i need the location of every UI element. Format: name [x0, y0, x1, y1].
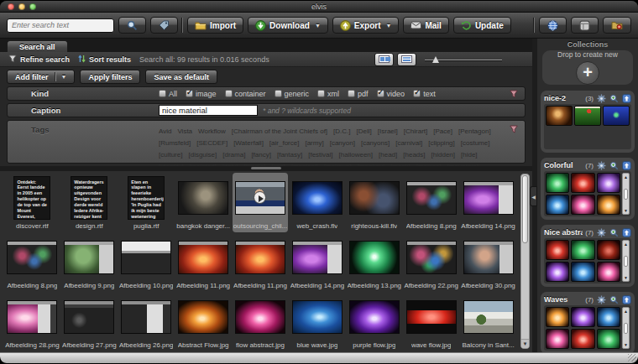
- collection-thumb[interactable]: [597, 195, 620, 215]
- tag-item[interactable]: [canyon]: [330, 139, 355, 147]
- close-window-button[interactable]: [8, 3, 14, 10]
- gear-icon[interactable]: [596, 227, 606, 237]
- play-icon[interactable]: [254, 191, 266, 204]
- export-button[interactable]: Export▼: [332, 17, 400, 34]
- search-input[interactable]: [7, 18, 114, 33]
- collection-thumb[interactable]: [597, 173, 620, 193]
- results-scrollbar[interactable]: ▼: [520, 174, 530, 349]
- scroll-up-icon[interactable]: ▲: [624, 309, 628, 314]
- asset-afbeelding-22-png[interactable]: Afbeelding 22.png: [403, 232, 459, 292]
- export-icon[interactable]: [621, 93, 631, 103]
- apply-filters-button[interactable]: Apply filters: [80, 70, 140, 84]
- collection-thumb[interactable]: [571, 195, 594, 215]
- kind-checkbox-pdf[interactable]: [348, 90, 355, 97]
- tag-item[interactable]: [army]: [305, 139, 323, 147]
- asset-flow-abstract-jpg[interactable]: flow abstract.jpg: [233, 292, 289, 351]
- collection-thumb[interactable]: [603, 106, 630, 126]
- asset-discover-rtf[interactable]: Ontdekt: Eerst landde in 2005 een heliko…: [4, 173, 60, 232]
- tag-item[interactable]: [Dell]: [357, 127, 372, 135]
- collection-thumb[interactable]: [571, 307, 594, 327]
- asset-wave-flow-jpg[interactable]: wave flow.jpg: [403, 292, 459, 351]
- collection-thumb[interactable]: [546, 173, 569, 193]
- tag-item[interactable]: [air_force]: [269, 139, 300, 147]
- layout-button[interactable]: [571, 17, 599, 34]
- scrollbar-thumb[interactable]: [624, 323, 628, 334]
- save-as-default-button[interactable]: Save as default: [145, 70, 217, 84]
- scroll-down-icon[interactable]: ▼: [624, 208, 628, 213]
- gear-icon[interactable]: [596, 294, 606, 304]
- update-button[interactable]: Update: [453, 17, 511, 34]
- tag-item[interactable]: [Rumsfeld]: [159, 139, 191, 147]
- refine-search-button[interactable]: Refine search: [8, 55, 70, 65]
- asset-outsourcing-chil[interactable]: outsourcing_chil...: [233, 173, 289, 232]
- collection-thumb[interactable]: [597, 329, 620, 349]
- collection-nice-2[interactable]: nice-2 (3): [541, 91, 635, 153]
- scroll-down-icon[interactable]: ▼: [624, 275, 628, 280]
- tag-item[interactable]: [halloween]: [339, 151, 373, 159]
- caption-input[interactable]: [159, 105, 258, 116]
- tag-item[interactable]: [culture]: [159, 151, 182, 159]
- resize-grip[interactable]: [628, 354, 636, 361]
- add-collection-icon[interactable]: +: [576, 61, 599, 85]
- minimize-window-button[interactable]: [18, 3, 25, 10]
- asset-afbeelding-14-png[interactable]: Afbeelding 14.png: [460, 173, 516, 232]
- tag-item[interactable]: [fantasy]: [277, 151, 302, 159]
- collection-scrollbar[interactable]: ▲▼: [622, 307, 630, 349]
- asset-design-rtf[interactable]: Waterdragers opnieuw uitgevonden Design …: [61, 173, 118, 232]
- export-icon[interactable]: [621, 227, 631, 237]
- kind-checkbox-video[interactable]: [377, 90, 384, 97]
- collection-thumb[interactable]: [574, 106, 601, 126]
- asset-afbeelding-9-png[interactable]: Afbeelding 9.png: [61, 232, 118, 292]
- tags-filter-funnel-icon[interactable]: [510, 123, 518, 133]
- collection-thumb[interactable]: [571, 240, 594, 260]
- asset-afbeelding-10-png[interactable]: Afbeelding 10.png: [118, 232, 175, 292]
- kind-checkbox-xml[interactable]: [317, 90, 325, 97]
- kind-checkbox-all[interactable]: [159, 90, 166, 97]
- collection-thumb[interactable]: [546, 262, 569, 282]
- collection-thumb[interactable]: [546, 307, 569, 327]
- collection-thumb[interactable]: [546, 195, 569, 215]
- collection-thumb[interactable]: [597, 262, 620, 282]
- mail-button[interactable]: Mail: [403, 17, 448, 34]
- tag-search-button[interactable]: [150, 17, 178, 34]
- collection-scrollbar[interactable]: ▲▼: [622, 240, 630, 282]
- collection-thumb[interactable]: [546, 329, 569, 349]
- gear-icon[interactable]: [596, 160, 606, 170]
- asset-puglia-rtf[interactable]: Eten en slapen in feeerieke herenboerder…: [118, 173, 175, 232]
- collection-scrollbar[interactable]: ▲▼: [622, 173, 630, 215]
- chevron-down-icon[interactable]: ▼: [61, 74, 67, 80]
- asset-blue-wave-jpg[interactable]: blue wave.jpg: [289, 292, 345, 351]
- asset-afbeelding-27-png[interactable]: Afbeelding 27.png: [61, 292, 118, 351]
- asset-afbeelding-11-png[interactable]: Afbeelding 11.png: [233, 232, 289, 292]
- kind-checkbox-text[interactable]: [413, 90, 421, 97]
- asset-righteous-kill-flv[interactable]: righteous-kill.flv: [346, 173, 402, 232]
- tag-item[interactable]: [Pace]: [433, 127, 452, 135]
- asset-afbeelding-26-png[interactable]: Afbeelding 26.png: [118, 292, 175, 351]
- tag-item[interactable]: [hidden]: [431, 151, 455, 159]
- tag-item[interactable]: [drama]: [222, 151, 245, 159]
- collection-thumb[interactable]: [571, 262, 594, 282]
- collection-waves[interactable]: Waves (7)▲▼: [541, 292, 635, 352]
- collection-thumb[interactable]: [597, 307, 620, 327]
- scroll-down-icon[interactable]: ▼: [521, 339, 529, 348]
- collection-thumb[interactable]: [546, 106, 573, 126]
- zoom-icon[interactable]: [609, 227, 619, 237]
- scrollbar-thumb[interactable]: [624, 189, 628, 200]
- asset-web-crash-flv[interactable]: web_crash.flv: [289, 173, 345, 232]
- collection-thumb[interactable]: [546, 240, 569, 260]
- tab-search-all[interactable]: Search all: [7, 40, 68, 52]
- collection-thumb[interactable]: [571, 329, 594, 349]
- import-button[interactable]: Import: [187, 17, 243, 34]
- collection-dropzone[interactable]: Drop to create new +: [542, 50, 633, 85]
- scrollbar-thumb[interactable]: [522, 175, 528, 243]
- zoom-icon[interactable]: [609, 294, 619, 304]
- collection-thumb[interactable]: [597, 240, 620, 260]
- tag-item[interactable]: [heads]: [403, 151, 425, 159]
- export-icon[interactable]: [621, 294, 631, 304]
- tag-item[interactable]: [Waterfall]: [233, 139, 264, 147]
- collection-thumb[interactable]: [571, 173, 594, 193]
- sort-results-button[interactable]: Sort results: [78, 55, 131, 65]
- tag-item[interactable]: Avid: [159, 127, 171, 135]
- asset-afbeelding-11-png[interactable]: Afbeelding 11.png: [175, 232, 232, 292]
- tag-item[interactable]: [D.C.]: [333, 127, 350, 135]
